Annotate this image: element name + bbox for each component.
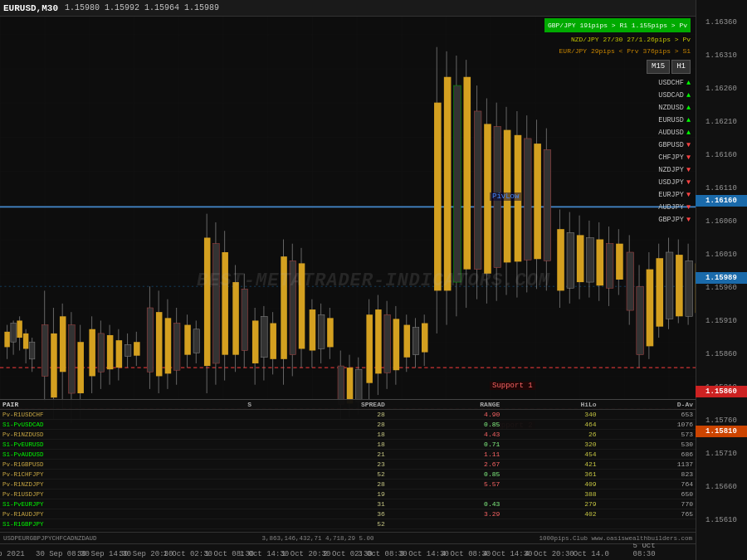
svg-rect-21 [60, 316, 66, 372]
svg-rect-117 [525, 139, 532, 260]
pair-cell: S1-PvUSDCAD [0, 420, 212, 430]
svg-rect-107 [474, 111, 481, 270]
hilo-cell: 686 [599, 450, 696, 460]
time-label: 28 Sep 2021 [0, 550, 25, 558]
col-dav: D-Av [599, 400, 696, 410]
price-level: 1.16360 [696, 18, 747, 27]
svg-rect-75 [318, 314, 325, 348]
pair-cell: Pv-R1NZDJPY [0, 480, 212, 489]
svg-rect-57 [232, 282, 239, 355]
svg-rect-139 [637, 286, 644, 354]
table-row: Pv-R1NZDJPY 28 5.57 409 764 [0, 480, 696, 489]
svg-rect-61 [252, 320, 259, 363]
chart-header: EURUSD,M30 1.15980 1.15992 1.15964 1.159… [0, 0, 747, 17]
spread-cell: 28 [254, 410, 388, 420]
svg-rect-25 [77, 342, 84, 393]
curr-gbpusd: GBPUSD▼ [544, 139, 691, 151]
val-cell: 4.90 [388, 410, 503, 420]
svg-rect-7 [4, 332, 9, 348]
svg-rect-91 [393, 319, 400, 370]
hilo-cell: 1137 [599, 460, 696, 470]
hilo-cell: 764 [599, 480, 696, 489]
svg-rect-143 [656, 258, 663, 326]
svg-rect-133 [606, 244, 613, 289]
price-level: 1.16310 [696, 51, 747, 60]
svg-rect-83 [356, 369, 363, 402]
price-level: 1.16060 [696, 217, 747, 226]
spread-cell: 18 [254, 430, 388, 440]
price-level: 1.16010 [696, 251, 747, 259]
svg-rect-13 [23, 334, 28, 349]
table-row: Pv-R1USDCHF 28 4.90 340 653 [0, 410, 696, 420]
s-cell [212, 410, 254, 420]
curr-chfjpy: CHFJPY▼ [544, 152, 691, 163]
symbol-label: EURUSD,M30 [3, 3, 58, 13]
val-cell: 2.67 [388, 460, 503, 470]
hilo-cell: 573 [599, 430, 696, 440]
curr-eurusd: EURUSD▲ [544, 114, 691, 126]
currency-pairs-panel: GBP/JPY 191pips > R1 1.155pips > Pv NZD/… [544, 18, 691, 226]
svg-rect-73 [310, 309, 316, 350]
curr-nzdusd: NZDUSD▲ [544, 102, 691, 114]
val-cell: 0.85 [388, 470, 503, 480]
curr-usdjpy: USDJPY▼ [544, 177, 691, 188]
s-cell [212, 480, 254, 489]
table-row: S1-R1GBPJPY 52 [0, 519, 696, 529]
pair-cell: S1-PvAUDUSD [0, 450, 212, 460]
price-tag-current: 1.15989 [696, 272, 747, 284]
svg-rect-137 [627, 252, 634, 310]
price-level: 1.15610 [696, 516, 747, 524]
bottom-strip: USDPEURGBPJPYCHFCADNZDAUD 3,863,146,432,… [0, 532, 696, 543]
table-row: S1-PvUSDCAD 28 0.85 464 1076 [0, 420, 696, 430]
pair-cell: Pv-R1USDJPY [0, 489, 212, 499]
svg-rect-59 [242, 289, 248, 350]
s-cell [212, 519, 254, 529]
svg-rect-141 [647, 270, 654, 347]
svg-rect-27 [89, 329, 95, 377]
table-row: Pv-R1CHFJPY 52 0.85 361 823 [0, 470, 696, 480]
m15-btn[interactable]: M15 [647, 60, 670, 74]
pair-cell: S1-R1GBPJPY [0, 519, 212, 529]
nzdjpy-info: NZD/JPY 27/30 27/1.26pips > Pv [571, 36, 691, 43]
curr-audjpy: AUDJPY▼ [544, 202, 691, 213]
svg-rect-85 [366, 314, 373, 382]
val-cell: 0.85 [388, 420, 503, 430]
hilo-cell: 765 [599, 509, 696, 519]
s-cell [212, 509, 254, 519]
svg-rect-49 [193, 329, 200, 353]
svg-rect-123 [557, 229, 564, 290]
curr-usdcad: USDCAD▲ [544, 90, 691, 101]
pair-cell: Pv-R1NZDUSD [0, 430, 212, 440]
svg-rect-149 [686, 261, 693, 316]
price-level: 1.16160 [696, 151, 747, 159]
svg-rect-35 [124, 344, 131, 356]
table-row: Pv-R1AUDJPY 36 3.29 402 765 [0, 509, 696, 519]
spread-cell: 21 [254, 450, 388, 460]
svg-rect-99 [434, 103, 442, 291]
price-level: 1.16210 [696, 118, 747, 126]
svg-rect-63 [261, 316, 268, 357]
svg-rect-81 [347, 368, 354, 403]
curr-audusd: AUDUSD▲ [544, 127, 691, 139]
h1-btn[interactable]: H1 [671, 60, 691, 74]
price-level: 1.15860 [696, 350, 747, 358]
svg-rect-129 [587, 237, 594, 282]
table-row: Pv-R1NZDUSD 18 4.43 26 573 [0, 430, 696, 440]
svg-rect-37 [134, 342, 140, 355]
svg-rect-105 [463, 77, 471, 270]
svg-rect-31 [107, 335, 114, 369]
svg-rect-145 [666, 252, 673, 319]
svg-rect-119 [534, 144, 541, 259]
price-tag-support2: 1.15810 [696, 426, 747, 437]
gbpjpy-info: GBP/JPY 191pips > R1 1.155pips > Pv [548, 22, 687, 29]
s-cell [212, 470, 254, 480]
table-row: Pv-R1USDJPY 19 388 650 [0, 489, 696, 499]
s-cell [212, 430, 254, 440]
svg-rect-29 [98, 334, 105, 372]
price-level: 1.15910 [696, 317, 747, 325]
spread-cell: 52 [254, 519, 388, 529]
pairs-strip: USDPEURGBPJPYCHFCADNZDAUD [3, 535, 97, 542]
val-cell: 4.43 [388, 430, 503, 440]
svg-rect-97 [422, 324, 428, 353]
credit-strip: 1000pips.Club www.oasiswealthbuilders.co… [539, 535, 692, 542]
